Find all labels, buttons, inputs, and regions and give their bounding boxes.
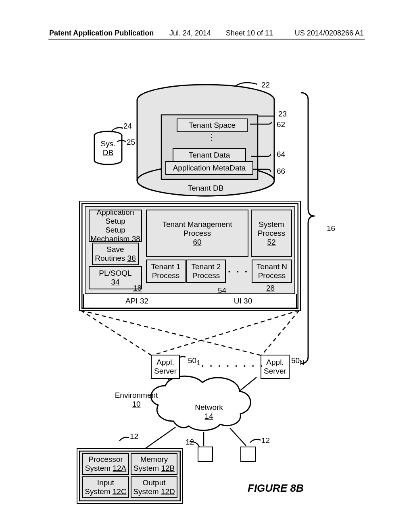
ref-12-middle: 12 <box>186 438 194 447</box>
in-l1: Input <box>97 478 114 487</box>
sys-db-text: Sys. DB <box>99 139 117 157</box>
appl1-l2: Server <box>154 367 177 376</box>
ref-12-right: 12 <box>261 436 270 445</box>
tenant-db-cylinder <box>137 85 274 196</box>
ref-28: 28 <box>266 284 275 293</box>
ref-23: 23 <box>278 110 287 118</box>
appl-server-N: Appl. Server <box>261 355 290 379</box>
ref-62: 62 <box>277 120 285 129</box>
mem-l1: Memory <box>140 455 168 464</box>
tenant2-process-box: Tenant 2 Process <box>186 260 226 283</box>
svg-point-3 <box>94 131 122 139</box>
tenant-db-label: Tenant DB <box>179 184 232 193</box>
ref-25: 25 <box>127 138 135 147</box>
network-label: Network 14 <box>189 403 229 421</box>
ref-24: 24 <box>123 122 132 131</box>
sys-proc-label-2: Process <box>258 229 286 238</box>
ref-22: 22 <box>261 81 270 89</box>
header-left: Patent Application Publication <box>49 29 154 37</box>
tenantN-process-box: Tenant N Process <box>252 260 292 283</box>
mechanism-label: Mechanism <box>90 235 129 243</box>
tenant-space-box: Tenant Space <box>177 118 248 132</box>
ref-64: 64 <box>277 150 285 159</box>
system-process-box: System Process 52 <box>251 210 292 257</box>
application-label-1: Application Setup <box>90 208 141 226</box>
applN-l2: Server <box>264 367 286 376</box>
ref-10: 10 <box>132 400 140 408</box>
tenant-data-label: Tenant Data <box>189 151 230 160</box>
environment-label: Environment 10 <box>108 391 165 409</box>
ref-36: 36 <box>127 254 136 262</box>
proc-l1: Processor <box>88 455 123 464</box>
ref-50-1: 501 <box>188 356 200 367</box>
t2-process: Process <box>192 271 220 280</box>
t2-label: Tenant 2 <box>192 262 221 271</box>
ref-50-1-base: 50 <box>188 356 196 365</box>
routines-label: Routines <box>95 254 125 262</box>
ref-32: 32 <box>140 297 148 305</box>
ref-12B: 12B <box>161 464 175 472</box>
plsoql-label: PL/SOQL <box>99 269 131 278</box>
ref-16: 16 <box>327 224 335 233</box>
api-ui-row: API 32 UI 30 <box>83 294 297 309</box>
ref-50-N: 50N <box>291 356 305 367</box>
figure-caption: FIGURE 8B <box>248 482 304 495</box>
ref-38: 38 <box>132 235 140 243</box>
processor-system-box: Processor System 12A <box>82 453 129 475</box>
env-text: Environment <box>115 391 158 399</box>
ref-54: 54 <box>218 286 226 295</box>
header-date: Jul. 24, 2014 <box>169 29 211 37</box>
tenant-space-label: Tenant Space <box>189 121 236 130</box>
t1-process: Process <box>152 271 180 280</box>
appl1-l1: Appl. <box>156 358 174 367</box>
application-metadata-label: Application MetaData <box>173 164 246 172</box>
client-box-right <box>240 447 256 462</box>
api-label: API <box>125 297 138 305</box>
ref-50-N-sub: N <box>300 360 304 366</box>
ref-60: 60 <box>193 238 201 247</box>
out-l1: Output <box>142 478 165 487</box>
tN-process: Process <box>258 271 286 280</box>
client-box-middle <box>198 447 213 462</box>
svg-point-0 <box>137 85 274 115</box>
sys-proc-label-1: System <box>259 220 284 229</box>
brace-16 <box>301 93 315 364</box>
tmp-label-1: Tenant Management <box>162 220 232 229</box>
server-ellipsis-icon: • • • • • • • • <box>202 363 265 369</box>
network-text: Network <box>195 403 223 411</box>
tenant1-process-box: Tenant 1 Process <box>146 260 186 283</box>
ref-34: 34 <box>111 278 119 287</box>
vdots-icon: ⋮ <box>208 132 216 142</box>
ref-52: 52 <box>267 238 275 247</box>
tmp-label-2: Process <box>184 229 211 238</box>
tN-label: Tenant N <box>257 262 287 271</box>
save-label: Save <box>106 245 124 254</box>
application-metadata-box: Application MetaData <box>165 161 253 175</box>
ref-66: 66 <box>277 167 285 176</box>
app-setup-mechanism-box: Application Setup Setup Mechanism 38 <box>89 210 142 242</box>
tenant-mgmt-process-box: Tenant Management Process 60 <box>146 210 248 257</box>
header-sheet: Sheet 10 of 11 <box>226 29 273 37</box>
projection-dashed <box>81 310 299 355</box>
output-system-box: Output System 12D <box>131 476 177 498</box>
appl-server-1: Appl. Server <box>151 355 180 379</box>
ref-12-left: 12 <box>130 432 138 441</box>
t1-label: Tenant 1 <box>151 262 181 271</box>
save-routines-box: Save Routines 36 <box>92 243 139 265</box>
ui-cell: UI 30 <box>190 294 296 308</box>
api-cell: API 32 <box>84 294 190 308</box>
ref-12A: 12A <box>113 464 126 472</box>
ui-label: UI <box>234 297 242 305</box>
applN-l1: Appl. <box>266 358 284 367</box>
ref-12C: 12C <box>113 487 127 496</box>
ref-12D: 12D <box>161 487 175 496</box>
db-label: DB <box>103 148 113 157</box>
proc-l2: System <box>85 464 111 472</box>
ref-14: 14 <box>204 412 213 420</box>
input-system-box: Input System 12C <box>82 476 129 498</box>
ref-30: 30 <box>244 297 252 305</box>
sys-label: Sys. <box>101 139 116 148</box>
ref-18: 18 <box>133 284 142 293</box>
ref-50-N-base: 50 <box>291 356 300 365</box>
ref-50-1-sub: 1 <box>196 360 200 366</box>
